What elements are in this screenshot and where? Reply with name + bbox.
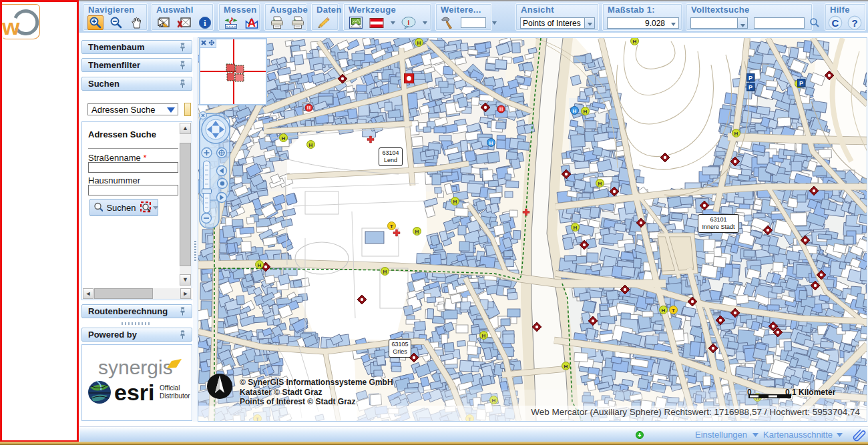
svg-text:C: C	[832, 17, 839, 29]
svg-text:H: H	[482, 333, 486, 339]
svg-text:H: H	[258, 262, 262, 268]
svg-text:H: H	[453, 199, 457, 205]
svg-text:H: H	[415, 229, 419, 235]
svg-text:A: A	[248, 17, 256, 29]
svg-text:H: H	[417, 40, 421, 46]
svg-text:H: H	[633, 39, 637, 45]
svg-text:H: H	[383, 269, 387, 275]
svg-text:H: H	[282, 135, 286, 141]
svg-text:H: H	[598, 181, 602, 187]
svg-text:?: ?	[851, 17, 857, 29]
svg-text:H: H	[573, 108, 577, 114]
svg-text:H: H	[309, 142, 313, 148]
svg-text:Official: Official	[160, 384, 180, 392]
svg-text:Distributor: Distributor	[160, 392, 190, 400]
svg-text:H: H	[662, 308, 666, 314]
svg-text:T: T	[672, 308, 675, 314]
svg-text:H: H	[734, 131, 738, 137]
svg-text:H: H	[564, 364, 568, 370]
svg-text:P: P	[748, 75, 752, 81]
svg-text:H: H	[489, 140, 493, 146]
svg-text:synergis: synergis	[98, 356, 173, 378]
svg-text:H: H	[574, 225, 578, 231]
svg-text:w: w	[2, 14, 20, 39]
svg-text:i: i	[408, 19, 410, 26]
svg-text:H: H	[584, 109, 588, 115]
svg-text:P: P	[799, 80, 803, 87]
svg-text:P: P	[748, 84, 752, 91]
svg-text:esri: esri	[114, 380, 155, 405]
